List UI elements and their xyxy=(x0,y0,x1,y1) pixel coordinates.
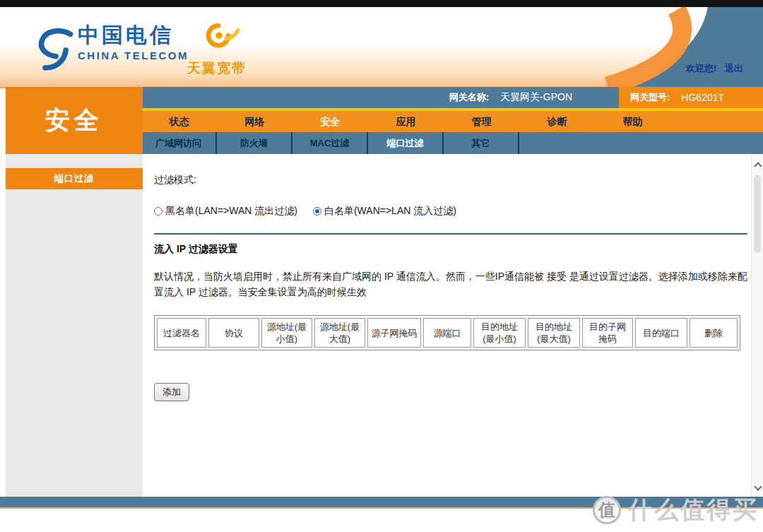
col-src-mask: 源子网掩码 xyxy=(367,318,421,348)
col-src-addr-min: 源地址(最小值) xyxy=(261,318,312,348)
col-src-addr-max: 源地址(最大值) xyxy=(314,318,365,348)
tab-help[interactable]: 帮助 xyxy=(595,111,670,132)
col-dst-port: 目的端口 xyxy=(635,318,687,348)
gateway-name-value: 天翼网关-GPON xyxy=(500,91,572,104)
scrollbar-thumb[interactable] xyxy=(754,175,761,253)
gateway-name-section: 网关名称: 天翼网关-GPON xyxy=(141,87,619,108)
chevron-down-icon xyxy=(754,483,762,490)
smzdm-badge-icon: 值 xyxy=(593,496,621,524)
col-dst-mask: 目的子网掩码 xyxy=(582,318,633,348)
top-black-strip xyxy=(0,0,763,7)
gateway-model-label: 网关型号: xyxy=(630,91,670,104)
tab-diagnosis[interactable]: 诊断 xyxy=(519,111,595,132)
gateway-model-section: 网关型号: HG6201T xyxy=(619,87,763,108)
ip-filter-table: 过滤器名 协议 源地址(最小值) 源地址(最大值) 源子网掩码 源端口 目的地址… xyxy=(154,315,740,350)
subtab-port-filter[interactable]: 端口过滤 xyxy=(368,132,444,154)
subnav-filler xyxy=(519,132,763,154)
smzdm-watermark-text: 什么值得买 xyxy=(628,494,759,526)
vertical-scrollbar[interactable] xyxy=(751,154,763,497)
subtab-wan-access[interactable]: 广域网访问 xyxy=(141,132,217,154)
radio-whitelist-label: 白名单(WAN=>LAN 流入过滤) xyxy=(324,205,456,218)
header: 中国电信 CHINA TELECOM 天翼宽带 欢迎您!退出 xyxy=(0,7,763,88)
tab-management[interactable]: 管理 xyxy=(444,111,519,132)
welcome-text: 欢迎您! xyxy=(686,63,716,73)
col-dst-addr-max: 目的地址(最大值) xyxy=(528,318,580,348)
radio-blacklist[interactable]: 黑名单(LAN=>WAN 流出过滤) xyxy=(154,205,297,218)
teal-divider xyxy=(154,233,747,235)
filter-mode-label: 过滤模式: xyxy=(154,174,752,187)
tab-status[interactable]: 状态 xyxy=(141,111,217,132)
sidebar-background xyxy=(6,154,143,497)
telecom-logo-cn: 中国电信 xyxy=(78,23,189,48)
subtab-firewall[interactable]: 防火墙 xyxy=(217,132,292,154)
sidebar-title-text: 安全 xyxy=(45,104,103,137)
col-filter-name: 过滤器名 xyxy=(157,318,206,348)
corner-swoosh-decoration xyxy=(601,7,763,87)
tianyi-broadband-logo: 天翼宽带 xyxy=(185,20,249,78)
section-heading: 流入 IP 过滤器设置 xyxy=(154,243,752,256)
main-nav: 状态 网络 安全 应用 管理 诊断 帮助 xyxy=(141,111,763,132)
logout-link[interactable]: 退出 xyxy=(725,63,743,73)
subtab-mac-filter[interactable]: MAC过滤 xyxy=(292,132,368,154)
main-content: 过滤模式: 黑名单(LAN=>WAN 流出过滤) 白名单(WAN=>LAN 流入… xyxy=(143,154,752,497)
china-telecom-logo-icon xyxy=(37,27,73,72)
sidebar-item-port-filter[interactable]: 端口过滤 xyxy=(6,168,143,189)
filter-description: 默认情况，当防火墙启用时，禁止所有来自广域网的 IP 通信流入。然而，一些IP通… xyxy=(154,268,751,300)
gateway-model-value: HG6201T xyxy=(681,92,724,103)
smzdm-watermark: 值 什么值得买 xyxy=(593,494,759,526)
col-dst-addr-min: 目的地址(最小值) xyxy=(473,318,526,348)
scroll-down-button[interactable] xyxy=(752,481,763,494)
radio-blacklist-circle-icon[interactable] xyxy=(154,207,162,215)
china-telecom-logo: 中国电信 CHINA TELECOM xyxy=(37,23,189,72)
tab-network[interactable]: 网络 xyxy=(217,111,292,132)
scroll-up-button[interactable] xyxy=(752,158,763,171)
col-protocol: 协议 xyxy=(208,318,259,348)
radio-blacklist-label: 黑名单(LAN=>WAN 流出过滤) xyxy=(165,205,297,218)
subtab-other[interactable]: 其它 xyxy=(444,132,519,154)
filter-mode-options: 黑名单(LAN=>WAN 流出过滤) 白名单(WAN=>LAN 流入过滤) xyxy=(154,205,752,218)
gateway-info-bar: 网关名称: 天翼网关-GPON 网关型号: HG6201T xyxy=(141,87,763,108)
telecom-logo-en: CHINA TELECOM xyxy=(78,49,189,61)
radio-whitelist-circle-icon[interactable] xyxy=(313,207,321,215)
tianyi-swirl-icon xyxy=(200,20,239,55)
gateway-name-label: 网关名称: xyxy=(449,91,489,104)
tab-security[interactable]: 安全 xyxy=(292,111,368,132)
col-delete: 删除 xyxy=(690,318,738,348)
chevron-up-icon xyxy=(754,162,762,170)
add-button[interactable]: 添加 xyxy=(154,383,189,401)
broadband-logo-text: 天翼宽带 xyxy=(185,59,249,78)
sidebar-item-label: 端口过滤 xyxy=(54,172,94,185)
table-header-row: 过滤器名 协议 源地址(最小值) 源地址(最大值) 源子网掩码 源端口 目的地址… xyxy=(157,318,738,348)
tab-application[interactable]: 应用 xyxy=(368,111,444,132)
col-src-port: 源端口 xyxy=(423,318,471,348)
sidebar-section-title: 安全 xyxy=(6,87,143,154)
radio-whitelist[interactable]: 白名单(WAN=>LAN 流入过滤) xyxy=(313,205,456,218)
sub-nav: 广域网访问 防火墙 MAC过滤 端口过滤 其它 xyxy=(141,132,763,154)
welcome-area: 欢迎您!退出 xyxy=(686,62,743,75)
